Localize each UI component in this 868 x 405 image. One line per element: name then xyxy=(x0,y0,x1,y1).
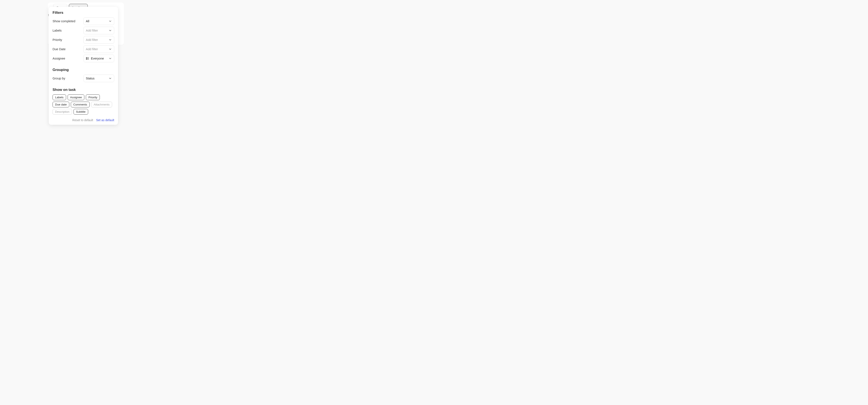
chip-labels[interactable]: Labels xyxy=(53,94,66,100)
label-due-date: Due Date xyxy=(53,48,65,51)
label-labels: Labels xyxy=(53,29,62,32)
svg-rect-8 xyxy=(86,57,87,58)
filters-popover: Filters Show completed All Labels Add fi… xyxy=(49,7,118,125)
select-group-by[interactable]: Status xyxy=(84,74,114,82)
chevron-down-icon xyxy=(108,48,112,51)
chip-description[interactable]: Description xyxy=(53,109,72,115)
label-priority: Priority xyxy=(53,38,62,41)
select-due-date[interactable]: Add filter xyxy=(84,45,114,53)
row-group-by: Group by Status xyxy=(53,74,114,82)
row-due-date: Due Date Add filter xyxy=(53,45,114,53)
select-group-by-value: Status xyxy=(86,77,107,80)
chevron-down-icon xyxy=(108,20,112,23)
row-priority: Priority Add filter xyxy=(53,36,114,44)
label-show-completed: Show completed xyxy=(53,20,75,23)
grouping-section-title: Grouping xyxy=(53,68,114,72)
row-assignee: Assignee Everyone xyxy=(53,55,114,62)
row-labels: Labels Add filter xyxy=(53,27,114,34)
select-labels-placeholder: Add filter xyxy=(86,29,107,32)
chip-due-date[interactable]: Due date xyxy=(53,102,69,107)
select-show-completed-value: All xyxy=(86,20,107,23)
select-assignee[interactable]: Everyone xyxy=(84,55,114,62)
chevron-down-icon xyxy=(108,77,112,80)
label-group-by: Group by xyxy=(53,77,65,80)
popover-footer: Reset to default Set as default xyxy=(53,118,114,122)
select-assignee-value: Everyone xyxy=(91,57,104,60)
set-as-default-button[interactable]: Set as default xyxy=(96,118,114,122)
label-assignee: Assignee xyxy=(53,57,65,60)
reset-to-default-button[interactable]: Reset to default xyxy=(72,118,93,122)
chevron-down-icon xyxy=(108,29,112,32)
select-due-date-placeholder: Add filter xyxy=(86,48,107,51)
chevron-down-icon xyxy=(108,38,112,41)
chip-subtitle[interactable]: Subtitle xyxy=(73,109,88,115)
chip-comments[interactable]: Comments xyxy=(71,102,90,107)
list-icon xyxy=(86,57,89,60)
show-on-task-chips: LabelsAssigneePriorityDue dateCommentsAt… xyxy=(53,94,114,115)
chevron-down-icon xyxy=(108,57,112,60)
chip-assignee[interactable]: Assignee xyxy=(68,94,85,100)
select-priority-placeholder: Add filter xyxy=(86,38,107,41)
svg-rect-12 xyxy=(86,59,87,60)
chip-attachments[interactable]: Attachments xyxy=(91,102,112,107)
select-show-completed[interactable]: All xyxy=(84,18,114,25)
filters-section-title: Filters xyxy=(53,10,114,15)
row-show-completed: Show completed All xyxy=(53,18,114,25)
select-labels[interactable]: Add filter xyxy=(84,27,114,34)
show-on-task-section-title: Show on task xyxy=(53,88,114,92)
select-priority[interactable]: Add filter xyxy=(84,36,114,44)
svg-rect-10 xyxy=(86,58,87,59)
chip-priority[interactable]: Priority xyxy=(86,94,100,100)
